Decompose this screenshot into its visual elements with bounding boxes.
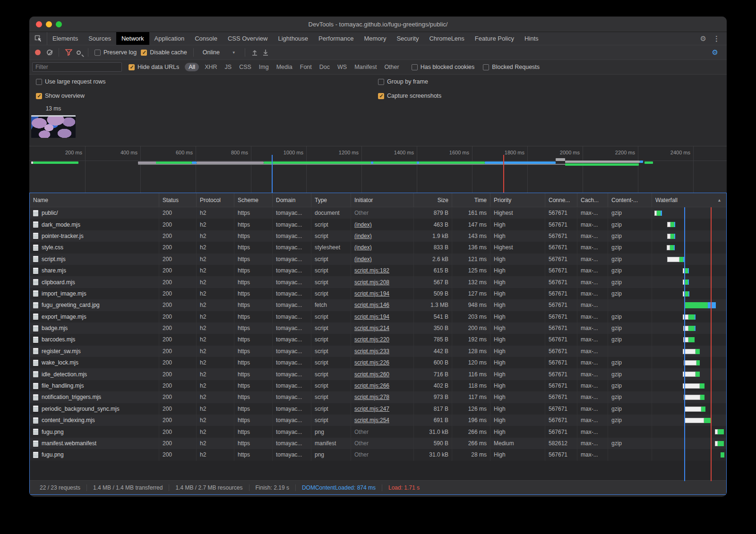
type-filter-other[interactable]: Other xyxy=(380,64,403,70)
initiator-link[interactable]: script.mjs:146 xyxy=(354,302,389,308)
timeline-overview[interactable]: 200 ms400 ms600 ms800 ms1000 ms1200 ms14… xyxy=(29,146,727,193)
initiator-link[interactable]: script.mjs:260 xyxy=(354,371,389,378)
request-name[interactable]: pointer-tracker.js xyxy=(42,233,84,239)
initiator-link[interactable]: script.mjs:208 xyxy=(354,279,389,286)
tab-lighthouse[interactable]: Lighthouse xyxy=(273,32,313,45)
settings-gear-icon[interactable]: ⚙ xyxy=(700,35,706,42)
table-row[interactable]: public/200h2httpstomayac...documentOther… xyxy=(30,207,726,219)
initiator-link[interactable]: script.mjs:278 xyxy=(354,394,389,400)
request-name[interactable]: manifest.webmanifest xyxy=(42,440,96,447)
show-overview-checkbox[interactable]: Show overview xyxy=(36,93,85,99)
request-name[interactable]: public/ xyxy=(42,210,58,216)
type-filter-all[interactable]: All xyxy=(185,63,199,71)
request-name[interactable]: notification_triggers.mjs xyxy=(42,394,101,400)
tab-css-overview[interactable]: CSS Overview xyxy=(223,32,273,45)
initiator-link[interactable]: script.mjs:266 xyxy=(354,382,389,389)
table-row[interactable]: barcodes.mjs200h2httpstomayac...scriptsc… xyxy=(30,334,726,345)
initiator-link[interactable]: script.mjs:182 xyxy=(354,267,389,274)
request-name[interactable]: barcodes.mjs xyxy=(42,336,75,343)
request-name[interactable]: file_handling.mjs xyxy=(42,382,84,389)
initiator-link[interactable]: script.mjs:226 xyxy=(354,359,389,366)
initiator-link[interactable]: (index) xyxy=(354,221,372,228)
type-filter-js[interactable]: JS xyxy=(221,64,236,70)
type-filter-ws[interactable]: WS xyxy=(334,64,351,70)
request-name[interactable]: fugu.png xyxy=(42,429,64,435)
table-row[interactable]: badge.mjs200h2httpstomayac...scriptscrip… xyxy=(30,322,726,334)
minimize-window-button[interactable] xyxy=(46,21,52,27)
inspect-element-button[interactable] xyxy=(29,32,47,45)
initiator-link[interactable]: (index) xyxy=(354,256,372,263)
initiator-link[interactable]: script.mjs:254 xyxy=(354,417,389,424)
tab-feature-policy[interactable]: Feature Policy xyxy=(470,32,519,45)
record-icon[interactable] xyxy=(35,50,41,55)
table-row[interactable]: register_sw.mjs200h2httpstomayac...scrip… xyxy=(30,346,726,357)
has-blocked-cookies-checkbox[interactable]: Has blocked cookies xyxy=(412,64,475,70)
tab-hints[interactable]: Hints xyxy=(519,32,544,45)
column-header-connection[interactable]: Conne... xyxy=(545,193,577,207)
column-header-protocol[interactable]: Protocol xyxy=(197,193,234,207)
import-har-icon[interactable] xyxy=(251,49,258,56)
table-row[interactable]: notification_triggers.mjs200h2httpstomay… xyxy=(30,391,726,403)
search-icon[interactable] xyxy=(77,51,81,55)
column-header-priority[interactable]: Priority xyxy=(490,193,545,207)
request-name[interactable]: fugu_greeting_card.jpg xyxy=(42,302,100,308)
type-filter-manifest[interactable]: Manifest xyxy=(351,64,380,70)
use-large-request-rows-checkbox[interactable]: Use large request rows xyxy=(36,78,106,85)
tab-memory[interactable]: Memory xyxy=(359,32,391,45)
table-row[interactable]: script.mjs200h2httpstomayac...script(ind… xyxy=(30,254,726,265)
group-by-frame-checkbox[interactable]: Group by frame xyxy=(378,78,428,85)
blocked-requests-checkbox[interactable]: Blocked Requests xyxy=(483,64,540,70)
column-header-cache[interactable]: Cach... xyxy=(577,193,608,207)
table-row[interactable]: idle_detection.mjs200h2httpstomayac...sc… xyxy=(30,368,726,380)
type-filter-img[interactable]: Img xyxy=(255,64,273,70)
zoom-window-button[interactable] xyxy=(56,21,62,27)
request-name[interactable]: badge.mjs xyxy=(42,325,68,331)
table-row[interactable]: fugu.png200h2httpstomayac...pngOther31.0… xyxy=(30,449,726,460)
tab-chromelens[interactable]: ChromeLens xyxy=(424,32,469,45)
table-row[interactable]: content_indexing.mjs200h2httpstomayac...… xyxy=(30,415,726,426)
request-name[interactable]: periodic_background_sync.mjs xyxy=(42,406,120,412)
column-header-domain[interactable]: Domain xyxy=(273,193,311,207)
more-options-icon[interactable]: ⋮ xyxy=(713,35,720,42)
initiator-link[interactable]: script.mjs:247 xyxy=(354,406,389,412)
column-header-type[interactable]: Type xyxy=(311,193,351,207)
column-header-waterfall[interactable]: Waterfall▲ xyxy=(652,193,726,207)
initiator-link[interactable]: script.mjs:194 xyxy=(354,314,389,320)
table-row[interactable]: style.css200h2httpstomayac...stylesheet(… xyxy=(30,242,726,253)
initiator-link[interactable]: (index) xyxy=(354,244,372,251)
request-name[interactable]: fugu.png xyxy=(42,451,64,458)
column-header-status[interactable]: Status xyxy=(159,193,197,207)
request-name[interactable]: import_image.mjs xyxy=(42,290,86,297)
table-row[interactable]: export_image.mjs200h2httpstomayac...scri… xyxy=(30,311,726,322)
tab-security[interactable]: Security xyxy=(391,32,424,45)
request-name[interactable]: share.mjs xyxy=(42,267,66,274)
tab-application[interactable]: Application xyxy=(149,32,190,45)
request-name[interactable]: dark_mode.mjs xyxy=(42,221,80,228)
request-name[interactable]: export_image.mjs xyxy=(42,314,86,320)
table-row[interactable]: import_image.mjs200h2httpstomayac...scri… xyxy=(30,288,726,299)
tab-elements[interactable]: Elements xyxy=(47,32,83,45)
type-filter-css[interactable]: CSS xyxy=(235,64,255,70)
table-row[interactable]: manifest.webmanifest200h2httpstomayac...… xyxy=(30,438,726,449)
column-header-initiator[interactable]: Initiator xyxy=(351,193,414,207)
request-name[interactable]: style.css xyxy=(42,244,63,251)
table-row[interactable]: fugu.png200h2httpstomayac...pngOther31.0… xyxy=(30,426,726,437)
type-filter-doc[interactable]: Doc xyxy=(316,64,334,70)
column-header-size[interactable]: Size xyxy=(414,193,452,207)
column-header-time[interactable]: Time xyxy=(452,193,490,207)
tab-sources[interactable]: Sources xyxy=(83,32,116,45)
hide-data-urls-checkbox[interactable]: Hide data URLs xyxy=(129,64,179,70)
initiator-link[interactable]: script.mjs:194 xyxy=(354,290,389,297)
column-header-name[interactable]: Name xyxy=(30,193,159,207)
initiator-link[interactable]: (index) xyxy=(354,233,372,239)
table-row[interactable]: clipboard.mjs200h2httpstomayac...scripts… xyxy=(30,276,726,288)
column-header-scheme[interactable]: Scheme xyxy=(234,193,273,207)
tab-performance[interactable]: Performance xyxy=(313,32,359,45)
request-name[interactable]: content_indexing.mjs xyxy=(42,417,95,424)
request-name[interactable]: register_sw.mjs xyxy=(42,348,81,355)
disable-cache-checkbox[interactable]: Disable cache xyxy=(141,49,187,56)
initiator-link[interactable]: script.mjs:220 xyxy=(354,336,389,343)
initiator-link[interactable]: script.mjs:233 xyxy=(354,348,389,355)
tab-console[interactable]: Console xyxy=(189,32,223,45)
throttling-select[interactable]: Online ▼ xyxy=(200,49,239,56)
